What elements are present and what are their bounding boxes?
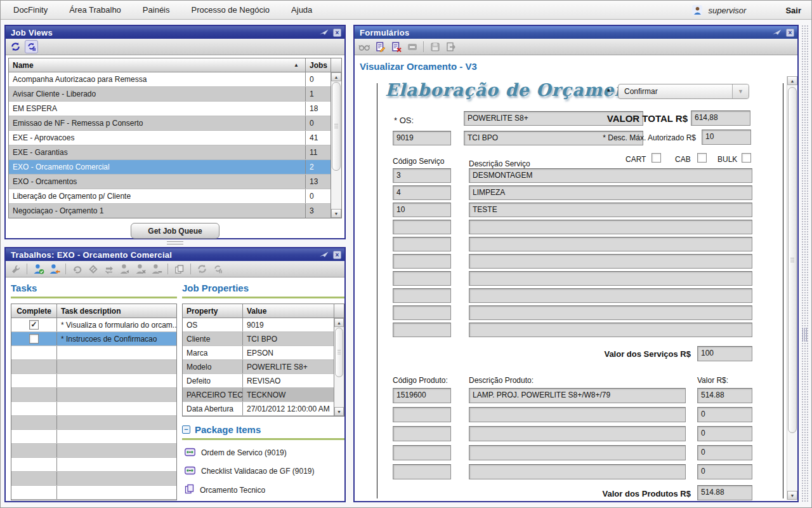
produto-code-field[interactable]: 1519600 [393,388,451,403]
undock-icon[interactable] [319,27,329,38]
produto-valor-field[interactable]: 0 [697,407,752,422]
produto-code-field[interactable] [393,464,451,479]
collapse-package-items-icon[interactable]: − [182,425,190,434]
column-header-complete[interactable]: Complete [11,304,57,318]
task-row[interactable] [11,374,176,388]
task-row[interactable]: * Instrucoes de Confirmacao [11,332,176,346]
servico-desc-field[interactable] [469,288,752,303]
produto-valor-field[interactable]: 0 [697,464,752,479]
column-header-name[interactable]: Name ▲ [9,61,305,70]
job-view-row[interactable]: EM ESPERA18 [9,102,331,116]
collapse-icon[interactable] [405,40,419,53]
scrollbar-thumb[interactable] [332,82,341,171]
servico-desc-field[interactable]: LIMPEZA [469,185,752,200]
task-row[interactable] [11,486,176,500]
servico-desc-field[interactable] [469,237,752,251]
job-view-row[interactable]: EXE - Aprovacoes41 [9,131,331,145]
task-row[interactable] [11,458,176,472]
produto-desc-field[interactable] [469,464,686,479]
servico-desc-field[interactable] [469,305,752,320]
task-row[interactable] [11,444,176,458]
task-checkbox[interactable]: ✓ [29,320,39,330]
produto-desc-field[interactable]: LAMP. PROJ. POWERLITE S8+/W8+/79 [469,388,686,403]
menu-item-ajuda[interactable]: Ajuda [291,5,312,15]
dropdown-arrow-icon[interactable]: ▼ [732,84,749,98]
job-view-row[interactable]: Emissao de NF - Remessa p Conserto0 [9,116,331,131]
valor-servicos-field[interactable]: 100 [697,346,752,361]
auto-refresh-pause-icon[interactable] [25,40,38,53]
complete-task-icon[interactable] [32,262,45,276]
task-row[interactable] [11,360,176,374]
view-form-icon[interactable] [358,40,371,53]
produto-valor-field[interactable]: 514.88 [697,388,752,403]
produto-desc-field[interactable] [469,445,686,460]
scrollbar-thumb[interactable] [788,87,797,433]
package-item[interactable]: Ordem de Servico (9019) [185,447,344,458]
refresh-icon[interactable] [9,40,22,53]
task-row[interactable] [11,416,176,430]
menu-item-paine-is[interactable]: Painéis [143,5,170,15]
edit-form-icon[interactable] [374,40,387,53]
task-checkbox[interactable] [29,334,39,344]
property-row[interactable]: DefeitoREVISAO [183,374,334,388]
scroll-up-icon[interactable]: ▲ [331,72,341,81]
property-row[interactable]: OS9019 [183,318,334,332]
property-row[interactable]: MarcaEPSON [183,346,334,360]
scroll-down-icon[interactable]: ▼ [787,491,797,500]
servico-code-field[interactable] [393,254,451,269]
job-view-row[interactable]: Negociaçao - Orçamento 13 [9,204,331,218]
job-views-scrollbar[interactable]: ▲ ▼ [331,72,341,218]
transfer-job-icon[interactable] [102,262,115,276]
task-row[interactable]: ✓* Visualiza o formulario do orcam... [11,318,176,332]
servico-code-field[interactable]: 4 [393,185,451,200]
unassign-user-icon[interactable] [150,262,163,276]
servico-desc-field[interactable] [469,323,752,337]
undock-icon[interactable] [772,27,782,38]
produto-code-field[interactable] [393,445,451,460]
scrollbar-thumb[interactable] [335,328,343,377]
servico-desc-field[interactable] [469,254,752,269]
column-header-value[interactable]: Value [243,307,334,316]
logout-button[interactable]: Sair [785,6,801,15]
assign-tool-icon[interactable] [9,262,22,276]
save-form-icon[interactable] [428,40,442,53]
right-splitter-strip[interactable] [801,25,809,502]
job-properties-scrollbar[interactable]: ▲ ▼ [334,318,344,416]
get-job-queue-button[interactable]: Get Job Queue [131,223,219,239]
task-row[interactable] [11,430,176,444]
property-row[interactable]: ClienteTCI BPO [183,332,334,346]
task-row[interactable] [11,472,176,486]
job-view-row[interactable]: EXE - Garantias11 [9,145,331,160]
export-form-icon[interactable] [444,40,457,53]
property-row[interactable]: PARCEIRO TECNICOTECKNOW [183,388,334,402]
os-field[interactable]: 9019 [393,131,451,145]
produto-desc-field[interactable] [469,426,686,441]
copy-job-icon[interactable] [173,262,186,276]
scroll-down-icon[interactable]: ▼ [331,209,341,218]
delete-form-icon[interactable] [390,40,403,53]
close-icon[interactable]: × [333,251,341,259]
undock-icon[interactable] [319,249,329,260]
job-view-row[interactable]: Acompanha Autorizacao para Remessa0 [9,72,331,87]
servico-desc-field[interactable]: DESMONTAGEM [469,168,752,183]
package-item[interactable]: Orcamento Tecnico [185,484,344,496]
package-item[interactable]: Checklist Validacao de GF (9019) [185,465,344,477]
servico-code-field[interactable] [393,323,451,337]
servico-code-field[interactable] [393,305,451,320]
produto-code-field[interactable] [393,407,451,422]
scroll-down-icon[interactable]: ▼ [334,407,344,416]
task-row[interactable] [11,346,176,360]
job-view-row[interactable]: Avisar Cliente - Liberado1 [9,87,331,102]
cancel-job-icon[interactable] [86,262,100,276]
produto-valor-field[interactable]: 0 [697,445,752,460]
servico-code-field[interactable]: 3 [393,168,451,183]
column-header-task-description[interactable]: Task description [57,307,176,316]
close-icon[interactable]: × [333,29,341,37]
checkbox-cab[interactable] [697,153,707,163]
servico-code-field[interactable] [393,288,451,303]
close-icon[interactable]: × [786,29,794,37]
scroll-up-icon[interactable]: ▲ [787,76,797,85]
servico-code-field[interactable]: 10 [393,203,451,217]
servico-desc-field[interactable]: TESTE [469,203,752,217]
checkbox-bulk[interactable] [742,153,751,163]
